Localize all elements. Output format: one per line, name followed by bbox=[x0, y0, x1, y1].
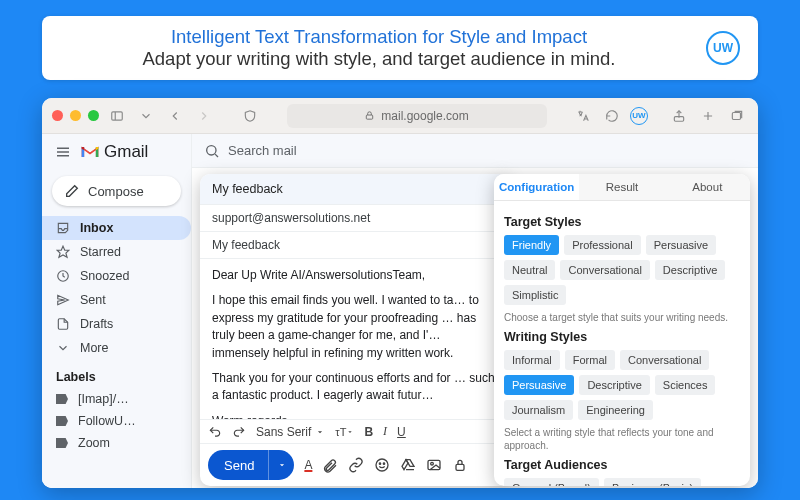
tag-icon bbox=[56, 438, 68, 448]
redo-button[interactable] bbox=[232, 425, 246, 439]
chip-conversational[interactable]: Conversational bbox=[620, 350, 709, 370]
hint-writing-styles: Select a writing style that reflects you… bbox=[504, 426, 740, 452]
gmail-main: Search mail OpenAI Developer Fo… My feed… bbox=[192, 134, 758, 488]
svg-point-18 bbox=[384, 463, 385, 464]
tab-configuration[interactable]: Configuration bbox=[494, 174, 579, 200]
chip-formal[interactable]: Formal bbox=[565, 350, 615, 370]
gmail-brand-text: Gmail bbox=[104, 142, 148, 162]
compose-window: My feedback support@answersolutions.net … bbox=[200, 174, 510, 486]
file-icon bbox=[56, 317, 70, 331]
extension-icon[interactable]: UW bbox=[630, 107, 648, 125]
search-placeholder: Search mail bbox=[228, 143, 297, 158]
chip-beginner-basic-[interactable]: Beginner (Basic) bbox=[604, 478, 701, 486]
chip-descriptive[interactable]: Descriptive bbox=[655, 260, 725, 280]
chip-persuasive[interactable]: Persuasive bbox=[504, 375, 574, 395]
section-writing-styles-title: Writing Styles bbox=[504, 330, 740, 344]
minimize-window-button[interactable] bbox=[70, 110, 81, 121]
menu-icon[interactable] bbox=[54, 143, 72, 161]
chip-persuasive[interactable]: Persuasive bbox=[646, 235, 716, 255]
section-target-audiences-title: Target Audiences bbox=[504, 458, 740, 472]
tab-about[interactable]: About bbox=[665, 174, 750, 200]
bold-button[interactable]: B bbox=[364, 425, 373, 439]
star-icon bbox=[56, 245, 70, 259]
chip-general-broad-[interactable]: General (Broad) bbox=[504, 478, 599, 486]
font-size-button[interactable]: τT bbox=[335, 426, 354, 438]
format-toolbar: Sans Serif τT B I U bbox=[200, 419, 510, 443]
titlebar: mail.google.com UW bbox=[42, 98, 758, 134]
send-icon bbox=[56, 293, 70, 307]
chip-sciences[interactable]: Sciences bbox=[655, 375, 716, 395]
font-select[interactable]: Sans Serif bbox=[256, 425, 325, 439]
tag-icon bbox=[56, 394, 68, 404]
reload-button[interactable] bbox=[601, 105, 623, 127]
chip-professional[interactable]: Professional bbox=[564, 235, 641, 255]
body-para: Thank you for your continuous efforts an… bbox=[212, 370, 498, 405]
chip-neutral[interactable]: Neutral bbox=[504, 260, 555, 280]
compose-label: Compose bbox=[88, 184, 144, 199]
labels-header: Labels bbox=[42, 360, 191, 388]
search-bar[interactable]: Search mail bbox=[192, 134, 758, 168]
new-tab-button[interactable] bbox=[697, 105, 719, 127]
chev-icon bbox=[56, 341, 70, 355]
label-item[interactable]: Zoom bbox=[42, 432, 191, 454]
folder-inbox[interactable]: Inbox bbox=[42, 216, 191, 240]
send-button[interactable]: Send bbox=[208, 450, 294, 480]
url-host: mail.google.com bbox=[381, 109, 468, 123]
text-color-button[interactable]: A bbox=[304, 458, 312, 472]
search-icon bbox=[204, 143, 220, 159]
send-options-button[interactable] bbox=[268, 450, 294, 480]
close-window-button[interactable] bbox=[52, 110, 63, 121]
compose-button[interactable]: Compose bbox=[52, 176, 181, 206]
chip-journalism[interactable]: Journalism bbox=[504, 400, 573, 420]
shield-icon[interactable] bbox=[239, 105, 261, 127]
folder-more[interactable]: More bbox=[42, 336, 191, 360]
italic-button[interactable]: I bbox=[383, 424, 387, 439]
emoji-button[interactable] bbox=[374, 457, 390, 473]
folder-starred[interactable]: Starred bbox=[42, 240, 191, 264]
chip-engineering[interactable]: Engineering bbox=[578, 400, 653, 420]
svg-point-20 bbox=[431, 462, 434, 465]
fullscreen-window-button[interactable] bbox=[88, 110, 99, 121]
address-bar[interactable]: mail.google.com bbox=[287, 104, 547, 128]
share-button[interactable] bbox=[668, 105, 690, 127]
chevron-down-icon[interactable] bbox=[135, 105, 157, 127]
chip-simplistic[interactable]: Simplistic bbox=[504, 285, 566, 305]
label-item[interactable]: FollowU… bbox=[42, 410, 191, 432]
gmail-logo: Gmail bbox=[80, 142, 148, 162]
confidential-button[interactable] bbox=[452, 457, 468, 473]
forward-button[interactable] bbox=[193, 105, 215, 127]
compose-body[interactable]: Dear Up Write AI/AnswersolutionsTeam, I … bbox=[200, 259, 510, 419]
chip-informal[interactable]: Informal bbox=[504, 350, 560, 370]
folder-snoozed[interactable]: Snoozed bbox=[42, 264, 191, 288]
chip-descriptive[interactable]: Descriptive bbox=[579, 375, 649, 395]
svg-point-17 bbox=[380, 463, 381, 464]
svg-marker-12 bbox=[57, 246, 69, 257]
folder-drafts[interactable]: Drafts bbox=[42, 312, 191, 336]
drive-button[interactable] bbox=[400, 457, 416, 473]
tab-result[interactable]: Result bbox=[579, 174, 664, 200]
link-button[interactable] bbox=[348, 457, 364, 473]
lock-icon bbox=[364, 110, 375, 121]
extension-panel: Configuration Result About Target Styles… bbox=[494, 174, 750, 486]
folder-sent[interactable]: Sent bbox=[42, 288, 191, 312]
underline-button[interactable]: U bbox=[397, 425, 406, 439]
chip-conversational[interactable]: Conversational bbox=[560, 260, 649, 280]
label-item[interactable]: [Imap]/… bbox=[42, 388, 191, 410]
compose-subject-field[interactable]: My feedback bbox=[200, 232, 510, 259]
svg-rect-2 bbox=[367, 115, 373, 119]
traffic-lights bbox=[52, 110, 99, 121]
sidebar-toggle-button[interactable] bbox=[106, 105, 128, 127]
translate-icon[interactable] bbox=[572, 105, 594, 127]
attach-button[interactable] bbox=[322, 457, 338, 473]
undo-button[interactable] bbox=[208, 425, 222, 439]
clock-icon bbox=[56, 269, 70, 283]
body-greeting: Dear Up Write AI/AnswersolutionsTeam, bbox=[212, 267, 498, 284]
tabs-overview-button[interactable] bbox=[726, 105, 748, 127]
back-button[interactable] bbox=[164, 105, 186, 127]
chip-friendly[interactable]: Friendly bbox=[504, 235, 559, 255]
svg-line-15 bbox=[215, 154, 218, 157]
image-button[interactable] bbox=[426, 457, 442, 473]
gmail-app: Gmail Compose InboxStarredSnoozedSentDra… bbox=[42, 134, 758, 488]
compose-to-field[interactable]: support@answersolutions.net bbox=[200, 205, 510, 232]
panel-body: Target Styles FriendlyProfessionalPersua… bbox=[494, 201, 750, 486]
